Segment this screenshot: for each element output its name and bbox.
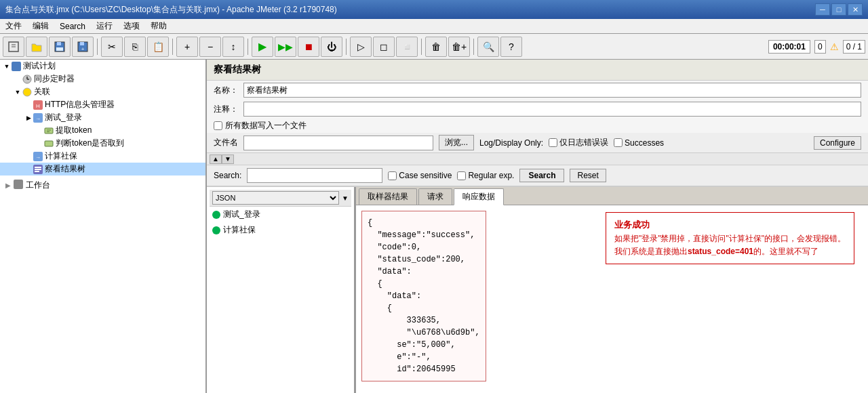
svg-point-13 [23,88,31,96]
right-panel: 察看结果树 名称： 注释： 所有数据写入一个文件 文件名 浏览... Log/D… [207,60,868,393]
stop-button[interactable]: ⏹ [298,37,319,57]
svg-rect-25 [35,167,41,168]
svg-rect-26 [35,169,41,170]
save-button[interactable] [49,37,71,57]
menu-search[interactable]: Search [54,20,91,33]
configure-button[interactable]: Configure [814,136,861,150]
close-button[interactable]: ✕ [848,3,863,16]
case-sensitive-label: Case sensitive [388,171,452,180]
tree-label-token: 提取token [56,125,92,136]
log-display-label: Log/Display Only: [479,138,543,148]
toolbar-separator-6 [473,39,474,55]
file-row: 文件名 浏览... Log/Display Only: 仅日志错误误 Succe… [207,133,868,153]
paste-button[interactable]: 📋 [147,37,169,57]
run-nopause-button[interactable]: ▶▶ [275,37,296,57]
menu-help[interactable]: 帮助 [145,19,172,33]
tree-node-guanlian[interactable]: ▼ 关联 [0,85,205,98]
shutdown-button[interactable]: ⏻ [321,37,342,57]
split-area: JSON XML Text ▼ 测试_登录 计算社保 [207,186,868,393]
remote-shutdown-button[interactable]: ◽ [396,37,418,57]
tree-node-test-plan[interactable]: ▼ 测试计划 [0,60,205,73]
comment-input[interactable] [243,102,861,117]
saveas-button[interactable]: + [72,37,94,57]
help-button[interactable]: ? [500,37,522,57]
remote-start-button[interactable]: ▷ [350,37,372,57]
workbench-icon [14,180,23,191]
guanlian-icon [22,87,33,98]
search-input[interactable] [247,168,382,183]
copy-button[interactable]: ⎘ [124,37,146,57]
dropdown-arrow[interactable]: ▼ [342,194,349,202]
tree-node-timer[interactable]: 同步定时器 [0,73,205,85]
search-label: Search: [214,171,241,180]
svg-rect-7 [80,42,84,45]
remote-stop-button[interactable]: ◻ [373,37,395,57]
svg-rect-9 [12,62,21,71]
format-select[interactable]: JSON XML Text [212,191,339,205]
svg-text:H: H [36,103,40,109]
scroll-up-btn[interactable]: ▲ [210,154,222,164]
tree-node-result-tree[interactable]: 察看结果树 [0,163,205,175]
tab-sampler-result[interactable]: 取样器结果 [359,188,417,205]
error-check-label: 仅日志错误误 [549,137,608,148]
mini-toolbar: ▲ ▼ [207,153,868,165]
tree-node-check-token[interactable]: 判断token是否取到 [0,137,205,150]
tree-node-login[interactable]: ▶ → 测试_登录 [0,111,205,124]
calc-social-icon: → [33,151,43,162]
tab-request[interactable]: 请求 [418,188,452,205]
minimize-button[interactable]: ─ [815,3,830,16]
check-token-icon [43,138,54,149]
reset-button[interactable]: Reset [570,169,606,182]
search-button[interactable]: Search [519,169,564,182]
test-plan-icon [11,61,22,72]
success-checkbox[interactable] [614,138,623,147]
tab-response-data[interactable]: 响应数据 [454,188,504,205]
expand-icon-http [24,101,33,109]
collapse-button[interactable]: − [199,37,221,57]
error-count: 0 [814,40,826,54]
case-sensitive-checkbox[interactable] [388,171,397,180]
tree-node-calc-social[interactable]: → 计算社保 [0,150,205,163]
clear-all-button[interactable]: 🗑+ [448,37,470,57]
expand-icon-timer [14,75,22,83]
cut-button[interactable]: ✂ [101,37,123,57]
all-data-checkbox[interactable] [214,121,222,130]
result-node-login[interactable]: 测试_登录 [210,207,351,222]
expand-icon: ▼ [3,62,11,70]
toolbar-right: 00:00:01 0 ⚠ 0 / 1 [768,40,865,54]
svg-rect-27 [35,171,39,172]
tree-node-token[interactable]: 提取token [0,124,205,137]
toggle-button[interactable]: ↕ [222,37,244,57]
token-icon [43,125,54,136]
tree-node-workbench[interactable]: ▶ 工作台 [0,178,205,192]
tree-node-http-mgr[interactable]: H HTTP信息头管理器 [0,98,205,111]
menu-options[interactable]: 选项 [118,19,145,33]
new-button[interactable] [3,37,24,57]
json-response-box: { "message":"success", "code":0, "status… [361,211,486,381]
regex-checkbox[interactable] [457,171,466,180]
status-dot-calc [212,226,220,234]
annotation-body2: 我们系统是直接抛出 [614,247,688,256]
expand-icon-check-token [35,140,43,148]
file-input[interactable] [243,136,433,150]
run-button[interactable]: ▶ [252,37,273,57]
open-button[interactable] [26,37,47,57]
result-node-calc[interactable]: 计算社保 [210,222,351,238]
scroll-down-btn[interactable]: ▼ [222,154,234,164]
expand-icon-token [35,127,43,135]
maximize-button[interactable]: □ [831,3,846,16]
menu-edit[interactable]: 编辑 [27,19,54,33]
menu-file[interactable]: 文件 [0,19,27,33]
title-bar: 集合点与关联.jmx (C:\Users\ZC\Desktop\集合点与关联.j… [0,0,868,19]
search-toggle-button[interactable]: 🔍 [477,37,499,57]
menu-run[interactable]: 运行 [91,19,118,33]
tree-label-guanlian: 关联 [34,86,50,98]
expand-button[interactable]: + [176,37,198,57]
search-row: Search: Case sensitive Regular exp. Sear… [207,165,868,186]
name-input[interactable] [243,83,861,98]
tree-label-test-plan: 测试计划 [23,60,56,72]
clear-button[interactable]: 🗑 [425,37,447,57]
error-checkbox[interactable] [549,138,557,147]
window-controls: ─ □ ✕ [815,3,863,16]
browse-button[interactable]: 浏览... [439,135,474,150]
